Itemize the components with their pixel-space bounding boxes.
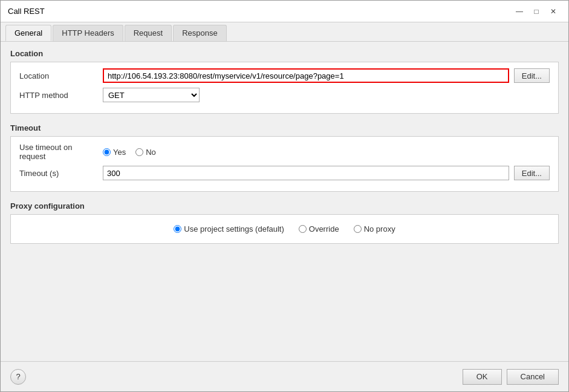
- timeout-input[interactable]: [103, 166, 509, 180]
- http-method-select-wrapper: GET POST PUT DELETE PATCH HEAD OPTIONS: [103, 88, 550, 102]
- http-method-row: HTTP method GET POST PUT DELETE PATCH HE…: [19, 88, 550, 102]
- proxy-noproxy-label[interactable]: No proxy: [354, 224, 395, 234]
- location-input[interactable]: [103, 68, 509, 83]
- title-bar-left: Call REST: [8, 7, 45, 16]
- tab-http-headers[interactable]: HTTP Headers: [53, 25, 123, 41]
- title-controls: — □ ✕: [512, 5, 561, 18]
- title-bar: Call REST — □ ✕: [1, 1, 568, 22]
- proxy-noproxy-radio[interactable]: [354, 225, 362, 233]
- use-timeout-radio-group: Yes No: [103, 148, 156, 157]
- timeout-value-row: Timeout (s) Edit...: [19, 166, 550, 180]
- tab-bar: General HTTP Headers Request Response: [1, 22, 568, 42]
- proxy-default-label[interactable]: Use project settings (default): [174, 224, 284, 234]
- window-title: Call REST: [8, 7, 45, 16]
- footer-right: OK Cancel: [463, 369, 559, 385]
- proxy-override-radio[interactable]: [299, 225, 307, 233]
- location-row: Location Edit...: [19, 68, 550, 83]
- use-timeout-label: Use timeout on request: [19, 143, 98, 161]
- proxy-radio-group: Use project settings (default) Override …: [19, 221, 550, 237]
- maximize-button[interactable]: □: [528, 5, 544, 18]
- location-section: Location Location Edit... HTTP method GE…: [10, 49, 559, 114]
- no-radio[interactable]: [135, 148, 143, 156]
- main-window: Call REST — □ ✕ General HTTP Headers Req…: [0, 0, 569, 392]
- yes-radio[interactable]: [103, 148, 111, 156]
- minimize-button[interactable]: —: [512, 5, 527, 18]
- no-radio-label[interactable]: No: [135, 148, 156, 157]
- location-label: Location: [19, 71, 98, 80]
- timeout-edit-button[interactable]: Edit...: [514, 166, 550, 180]
- location-input-wrapper: [103, 68, 509, 83]
- tab-request[interactable]: Request: [125, 25, 172, 41]
- proxy-section-header: Proxy configuration: [10, 201, 559, 211]
- help-button[interactable]: ?: [10, 369, 26, 385]
- tab-response[interactable]: Response: [173, 25, 227, 41]
- proxy-override-label[interactable]: Override: [299, 224, 339, 234]
- timeout-section-header: Timeout: [10, 123, 559, 132]
- cancel-button[interactable]: Cancel: [507, 369, 559, 385]
- location-section-header: Location: [10, 49, 559, 58]
- footer: ? OK Cancel: [1, 361, 568, 391]
- timeout-section: Timeout Use timeout on request Yes No: [10, 123, 559, 192]
- timeout-label: Timeout (s): [19, 169, 98, 178]
- http-method-label: HTTP method: [19, 91, 98, 100]
- proxy-section-box: Use project settings (default) Override …: [10, 214, 559, 244]
- yes-radio-label[interactable]: Yes: [103, 148, 126, 157]
- close-button[interactable]: ✕: [545, 5, 561, 18]
- timeout-section-box: Use timeout on request Yes No T: [10, 136, 559, 192]
- use-timeout-row: Use timeout on request Yes No: [19, 143, 550, 161]
- ok-button[interactable]: OK: [463, 369, 502, 385]
- location-edit-button[interactable]: Edit...: [514, 68, 550, 83]
- proxy-section: Proxy configuration Use project settings…: [10, 201, 559, 244]
- location-section-box: Location Edit... HTTP method GET POST PU…: [10, 62, 559, 114]
- http-method-select[interactable]: GET POST PUT DELETE PATCH HEAD OPTIONS: [103, 88, 200, 102]
- proxy-default-radio[interactable]: [174, 225, 181, 233]
- tab-general[interactable]: General: [5, 25, 51, 41]
- content-area: Location Location Edit... HTTP method GE…: [1, 42, 568, 361]
- timeout-input-wrapper: [103, 166, 509, 180]
